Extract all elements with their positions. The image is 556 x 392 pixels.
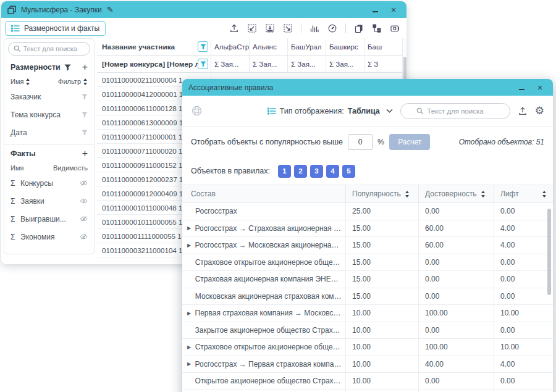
minimize-button[interactable] — [368, 4, 382, 15]
dialog-table-scrollbar[interactable] — [547, 209, 551, 295]
measure-cell[interactable]: Σ Зая... — [250, 56, 288, 72]
sort-icon[interactable] — [481, 191, 486, 198]
sort-icon[interactable] — [83, 78, 88, 85]
rule-row[interactable]: ▶ Страховая акционерная компания ЭНЕРГ..… — [182, 271, 553, 288]
main-titlebar[interactable]: Мультисфера - Закупки ✎ × — [1, 1, 406, 18]
visibility-eye-icon[interactable] — [80, 215, 88, 222]
confidence-column-header[interactable]: Достоверность — [418, 185, 494, 202]
visibility-eye-icon[interactable] — [80, 180, 88, 186]
expand-arrow-icon[interactable]: ▶ — [187, 225, 195, 231]
fact-item[interactable]: Σ Заявки — [4, 192, 94, 210]
row-filter-icon[interactable] — [82, 130, 88, 136]
lift-column-header[interactable]: Лифт — [494, 185, 553, 202]
participant-column-header[interactable]: АльфаСтр — [211, 38, 250, 55]
dialog-search[interactable] — [400, 103, 510, 119]
add-dimension-button[interactable]: + — [82, 64, 88, 70]
sidebar-search[interactable] — [8, 42, 90, 56]
gear-icon[interactable]: ⚙ — [535, 106, 544, 116]
rule-row[interactable]: ▶ Росгосстрах → Московская акционерная с… — [182, 237, 553, 254]
rule-row[interactable]: ▶ Страховое открытое акционерное общест.… — [182, 339, 553, 356]
rule-size-button[interactable]: 3 — [310, 165, 323, 178]
rule-row[interactable]: ▶ Открытое акционерное общество Страхов.… — [182, 373, 553, 390]
calculate-button[interactable]: Расчет — [389, 134, 430, 150]
visibility-eye-icon[interactable] — [80, 198, 88, 204]
fact-item[interactable]: Σ Конкурсы — [4, 174, 94, 192]
confidence-cell: 0.00 — [418, 373, 494, 390]
col-name-label[interactable]: Имя — [11, 164, 23, 172]
rule-row[interactable]: ▶ Закрытое акционерное общество Страхов.… — [182, 322, 553, 340]
sort-icon[interactable] — [542, 191, 547, 198]
row-filter-icon[interactable] — [82, 94, 88, 100]
col-visibility-label[interactable]: Видимость — [53, 164, 88, 172]
fact-item[interactable]: Σ Экономия — [4, 228, 94, 246]
expand-cells-icon[interactable] — [247, 23, 257, 33]
dimensions-facts-panel-button[interactable]: Размерности и факты — [5, 21, 106, 36]
gauge-icon[interactable] — [327, 23, 337, 33]
confidence-cell: 0.00 — [418, 254, 494, 271]
row-filter-icon[interactable] — [82, 112, 88, 118]
sphere-icon[interactable] — [191, 105, 203, 117]
sidebar-search-input[interactable] — [23, 45, 85, 52]
edit-title-icon[interactable]: ✎ — [107, 5, 114, 14]
measure-cell[interactable]: Σ Зая... — [288, 56, 326, 72]
rule-row[interactable]: ▶ Первая страховая компания → Московска.… — [182, 305, 553, 322]
collapse-cells-icon[interactable] — [283, 23, 293, 33]
dialog-search-input[interactable] — [427, 107, 494, 115]
participant-column-header[interactable]: Башкирс — [326, 38, 364, 55]
rule-size-button[interactable]: 5 — [342, 165, 355, 178]
sort-icon[interactable] — [25, 78, 30, 85]
dialog-close-button[interactable]: × — [533, 82, 547, 93]
filter-icon[interactable] — [64, 64, 71, 71]
measure-cell[interactable]: Σ Зая... — [211, 56, 250, 72]
dialog-titlebar[interactable]: Ассоциативные правила × — [182, 79, 553, 96]
rule-row[interactable]: ▶ Росгосстрах → Первая страховая компани… — [182, 356, 553, 373]
rule-row[interactable]: ▶ Росгосстрах → Страховая акционерная ко… — [182, 220, 553, 238]
rule-size-button[interactable]: 2 — [294, 165, 307, 178]
fact-item[interactable]: Σ Выигравши... — [4, 210, 94, 228]
load-down-icon[interactable] — [265, 23, 275, 33]
popularity-threshold-input[interactable] — [348, 134, 373, 150]
export-icon[interactable] — [518, 106, 528, 116]
rule-row[interactable]: ▶ Страховое открытое акционерное общест.… — [182, 254, 553, 272]
export-icon[interactable] — [229, 23, 239, 33]
col-name-label[interactable]: Имя — [11, 78, 23, 85]
scan-view-icon[interactable] — [390, 23, 400, 33]
composition-column-header[interactable]: Состав — [182, 190, 345, 198]
display-type-dropdown[interactable]: Тип отображения: Таблица — [267, 107, 393, 115]
participant-column-header[interactable]: БашУрал — [288, 38, 326, 55]
close-button[interactable]: × — [387, 4, 400, 15]
chart-icon[interactable] — [310, 23, 319, 33]
col-filter-label[interactable]: Фильтр — [58, 78, 81, 85]
facts-columns-header: Имя Видимость — [4, 161, 94, 174]
rule-row[interactable]: ▶ Росгосстрах 25.00 0.00 0.00 — [182, 203, 553, 220]
fact-label: Экономия — [20, 233, 54, 241]
add-fact-button[interactable]: + — [82, 151, 88, 157]
expand-arrow-icon[interactable]: ▶ — [187, 243, 195, 248]
participant-column-header[interactable]: Баш — [364, 38, 403, 55]
expand-arrow-icon[interactable]: ▶ — [187, 344, 195, 350]
structure-icon[interactable] — [372, 23, 382, 33]
dialog-minimize-button[interactable] — [515, 82, 528, 93]
popularity-column-header[interactable]: Популярность — [345, 185, 418, 202]
copy-icon[interactable] — [354, 23, 364, 33]
row-header-bottom-cell[interactable]: [Номер конкурса] [Номер лота] — [97, 56, 211, 72]
sort-icon[interactable] — [405, 191, 410, 198]
confidence-header-label: Достоверность — [425, 190, 477, 198]
participant-column-header[interactable]: Альянс — [250, 38, 288, 55]
dimension-item[interactable]: Дата — [4, 123, 94, 141]
column-filter-button[interactable] — [198, 41, 208, 52]
measure-cell[interactable]: Σ З — [364, 56, 403, 72]
rule-row[interactable]: ▶ Московская акционерная страховая комп.… — [182, 288, 553, 306]
visibility-eye-icon[interactable] — [80, 233, 88, 240]
expand-arrow-icon[interactable]: ▶ — [187, 311, 195, 316]
rule-row[interactable]: ▶ Об... 10.00 100.00 10.00 — [182, 390, 553, 392]
measure-cell[interactable]: Σ Зая... — [326, 56, 364, 72]
rule-name: Открытое акционерное общество Страхов... — [195, 377, 346, 385]
rule-size-button[interactable]: 1 — [278, 165, 291, 178]
rule-size-button[interactable]: 4 — [326, 165, 339, 178]
expand-arrow-icon[interactable]: ▶ — [187, 361, 195, 367]
dimension-item[interactable]: Заказчик — [4, 88, 94, 106]
dimension-item[interactable]: Тема конкурса — [4, 106, 94, 123]
row-filter-button[interactable] — [198, 59, 208, 69]
row-header-top-cell[interactable]: Название участника — [97, 38, 211, 55]
